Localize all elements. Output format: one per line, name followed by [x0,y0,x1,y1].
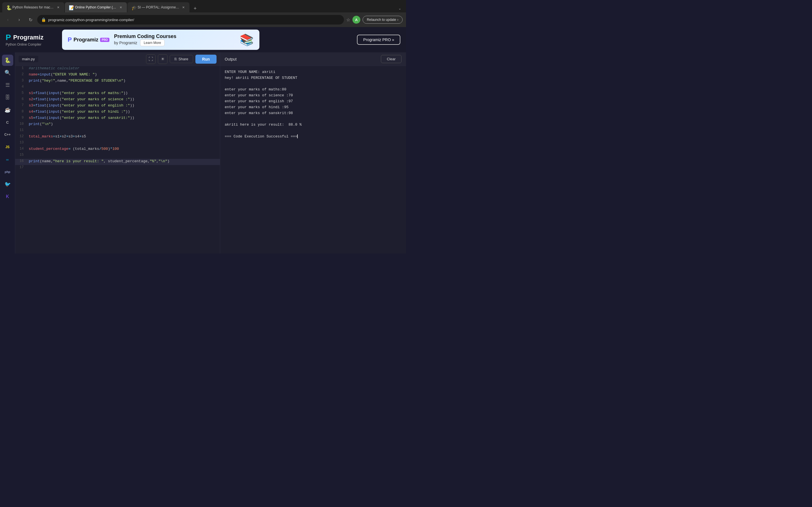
output-title: Output [225,57,381,61]
banner-sub: by Programiz [114,41,137,45]
theme-button[interactable]: ☀ [158,54,167,64]
banner-graphic-icon: 📚 [240,33,254,47]
tab-title-2: Online Python Compiler (Inte... [75,5,117,9]
address-bar[interactable]: 🔒 programiz.com/python-programming/onlin… [37,15,344,24]
line-number-14: 14 [15,147,27,153]
sidebar-item-java[interactable]: ☕ [2,104,13,115]
code-line-5: 5 s1=float(input("enter your marks of ma… [15,91,220,97]
line-number-17: 17 [15,165,27,171]
code-editor[interactable]: 1 #arithematic calculator 2 name=input("… [15,66,220,253]
line-number-4: 4 [15,84,27,91]
code-line-12: 12 total_marks=s1+s2+s3+s4+s5 [15,134,220,140]
bookmark-icon[interactable]: ☆ [346,17,350,22]
sidebar-item-files[interactable]: ☰ [2,79,13,91]
run-button[interactable]: Run [195,55,216,64]
line-content-11 [27,128,220,134]
line-content-17 [27,165,220,171]
programiz-logo-icon: P [6,33,11,42]
tab-close-2[interactable]: ✕ [118,5,123,10]
tab-favicon-1: 🐍 [6,5,11,10]
line-content-9: s5=float(input("enter your marks of sans… [27,115,220,122]
sidebar-item-c[interactable]: C [2,117,13,128]
promo-banner[interactable]: P Programiz PRO Premium Coding Courses b… [62,30,259,50]
tab-favicon-2: 📝 [69,5,73,10]
sidebar-item-database[interactable]: 🗄 [2,92,13,103]
logo-text: Programiz [13,34,44,41]
tab-online-compiler[interactable]: 📝 Online Python Compiler (Inte... ✕ [65,2,127,12]
code-line-15: 15 [15,153,220,159]
output-panel: Output Clear ENTER YOUR NAME: akriti hey… [220,52,406,253]
sidebar-item-php[interactable]: php [2,166,13,177]
line-content-1: #arithematic calculator [27,66,220,72]
line-content-8: s4=float(input("enter your marks of hind… [27,109,220,115]
editor-toolbar: main.py ⛶ ☀ ⎘ Share Run [15,52,220,66]
sidebar: 🐍 🔍 ☰ 🗄 ☕ C C++ JS ∞ [0,52,15,253]
line-number-11: 11 [15,128,27,134]
address-bar-row: ‹ › ↻ 🔒 programiz.com/python-programming… [0,12,406,27]
fullscreen-button[interactable]: ⛶ [146,54,156,64]
line-content-15 [27,153,220,159]
code-line-11: 11 [15,128,220,134]
fullscreen-icon: ⛶ [149,57,153,62]
code-line-1: 1 #arithematic calculator [15,66,220,72]
tab-python-releases[interactable]: 🐍 Python Releases for macOS ✕ [2,2,64,12]
line-number-5: 5 [15,91,27,97]
tab-favicon-3: 🎓 [132,5,136,10]
code-line-2: 2 name=input("ENTER YOUR NAME: ") [15,72,220,78]
share-icon: ⎘ [174,57,177,61]
url-text: programiz.com/python-programming/online-… [48,18,340,22]
tab-si-portal[interactable]: 🎓 SI — PORTAL: Assignment Su... ✕ [128,2,190,12]
banner-pro-text: Programiz [73,37,98,43]
code-line-14: 14 student_percentage= (total_marks/500)… [15,147,220,153]
forward-button[interactable]: › [15,15,24,24]
relaunch-update-button[interactable]: Relaunch to update › [363,16,403,24]
search-icon: 🔍 [4,69,11,76]
tab-close-1[interactable]: ✕ [56,5,60,10]
sidebar-item-kotlin[interactable]: K [2,191,13,202]
share-button[interactable]: ⎘ Share [170,55,193,63]
update-arrow-icon: › [397,18,398,22]
sidebar-item-swift[interactable]: 🐦 [2,179,13,190]
pro-badge: PRO [100,38,110,42]
output-content[interactable]: ENTER YOUR NAME: akriti hey! akriti PERC… [220,66,406,253]
pro-button[interactable]: Programiz PRO » [357,35,400,45]
line-number-9: 9 [15,115,27,122]
database-icon: 🗄 [5,95,10,101]
tab-overflow-button[interactable]: ⌄ [396,4,404,12]
app-header: P Programiz Python Online Compiler P Pro… [0,27,406,52]
kotlin-icon: K [6,194,9,199]
sidebar-item-search[interactable]: 🔍 [2,67,13,78]
banner-logo: P Programiz PRO [68,36,109,43]
output-line-1: ENTER YOUR NAME: akriti hey! akriti PERC… [225,70,302,138]
code-line-3: 3 print("hey!",name,"PERCENTAGE OF STUDE… [15,78,220,84]
profile-button[interactable]: A [352,16,360,24]
line-number-6: 6 [15,97,27,103]
line-content-6: s2=float(input("enter your marks of scie… [27,97,220,103]
new-tab-button[interactable]: + [191,4,199,12]
files-icon: ☰ [5,82,10,88]
sidebar-item-python[interactable]: 🐍 [2,55,13,66]
banner-text-area: Premium Coding Courses by Programiz Lear… [114,34,176,46]
app: P Programiz Python Online Compiler P Pro… [0,27,406,253]
banner-learn-button[interactable]: Learn More [140,40,165,46]
line-number-15: 15 [15,153,27,159]
code-line-6: 6 s2=float(input("enter your marks of sc… [15,97,220,103]
sidebar-item-cpp[interactable]: C++ [2,129,13,140]
cpp-icon: C++ [4,133,11,136]
back-button[interactable]: ‹ [3,15,12,24]
line-content-7: s3=float(input("enter your marks of engl… [27,103,220,109]
sidebar-item-js[interactable]: JS [2,142,13,153]
reload-button[interactable]: ↻ [26,15,35,24]
editor-panel: main.py ⛶ ☀ ⎘ Share Run 1 #arithematic [15,52,220,253]
logo-subtitle: Python Online Compiler [6,43,56,47]
line-number-10: 10 [15,122,27,128]
code-line-4: 4 [15,84,220,91]
code-line-7: 7 s3=float(input("enter your marks of en… [15,103,220,109]
file-tab[interactable]: main.py [18,56,38,62]
logo: P Programiz [6,33,56,42]
line-content-10: print("\n") [27,122,220,128]
tab-close-3[interactable]: ✕ [181,5,186,10]
sidebar-item-go[interactable]: ∞ [2,154,13,165]
editor-layout: 🐍 🔍 ☰ 🗄 ☕ C C++ JS ∞ [0,52,406,253]
clear-button[interactable]: Clear [381,55,402,63]
